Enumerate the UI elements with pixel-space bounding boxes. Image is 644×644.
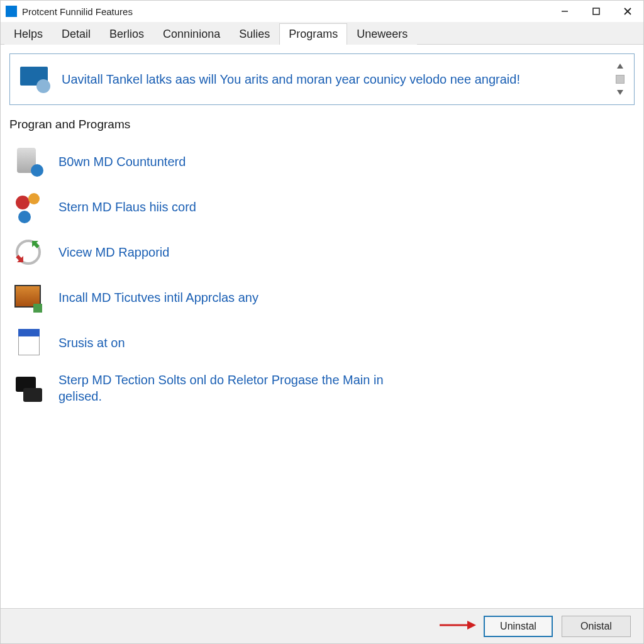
- program-item[interactable]: Vicew MD Rapporid: [9, 231, 635, 274]
- section-title: Progran and Programs: [9, 118, 635, 131]
- program-label: Stern MD Flaus hiis cord: [58, 199, 196, 215]
- window-controls: [549, 1, 643, 22]
- banner-scrollbar[interactable]: [614, 60, 626, 98]
- banner-text: Uavitall Tankel latks aas will You arits…: [62, 71, 608, 87]
- minimize-button[interactable]: [549, 1, 580, 22]
- program-icon: [12, 236, 45, 269]
- scroll-up-icon[interactable]: [614, 60, 626, 72]
- program-icon: [12, 191, 45, 223]
- tab-uneweers[interactable]: Uneweers: [347, 23, 417, 45]
- scroll-thumb[interactable]: [616, 75, 625, 84]
- footer-bar: Uninstal Onistal: [1, 608, 643, 643]
- tab-berlios[interactable]: Berlios: [100, 23, 153, 45]
- program-icon: [12, 281, 45, 314]
- program-label: Incall MD Ticutves intil Apprclas any: [58, 289, 258, 306]
- onistal-button[interactable]: Onistal: [562, 616, 631, 637]
- app-window: Protcent Funnilid Features Helps Detail …: [0, 0, 644, 644]
- arrow-indicator-icon: [438, 619, 476, 634]
- maximize-button[interactable]: [580, 1, 612, 22]
- program-item[interactable]: Incall MD Ticutves intil Apprclas any: [9, 276, 635, 319]
- tab-detail[interactable]: Detail: [52, 23, 100, 45]
- close-button[interactable]: [612, 1, 643, 22]
- tab-programs[interactable]: Programs: [279, 23, 347, 45]
- program-item[interactable]: Sterp MD Tection Solts onl do Reletor Pr…: [9, 367, 635, 409]
- svg-marker-4: [617, 64, 623, 69]
- program-item[interactable]: Srusis at on: [9, 321, 635, 364]
- window-title: Protcent Funnilid Features: [22, 6, 549, 17]
- program-list: B0wn MD Countunterd Stern MD Flaus hiis …: [9, 140, 635, 599]
- content-area: Uavitall Tankel latks aas will You arits…: [1, 45, 643, 608]
- scroll-down-icon[interactable]: [614, 87, 626, 98]
- svg-rect-1: [593, 8, 599, 14]
- svg-marker-5: [617, 90, 623, 95]
- tab-conniniona[interactable]: Conniniona: [153, 23, 230, 45]
- program-item[interactable]: B0wn MD Countunterd: [9, 140, 635, 183]
- uninstall-button[interactable]: Uninstal: [484, 616, 553, 637]
- program-icon: [12, 326, 45, 359]
- app-icon: [6, 6, 17, 17]
- tab-sulies[interactable]: Sulies: [230, 23, 279, 45]
- program-item[interactable]: Stern MD Flaus hiis cord: [9, 186, 635, 228]
- svg-marker-7: [467, 621, 476, 630]
- titlebar: Protcent Funnilid Features: [1, 1, 643, 22]
- program-label: Srusis at on: [58, 335, 125, 351]
- program-icon: [12, 372, 45, 404]
- program-label: Sterp MD Tection Solts onl do Reletor Pr…: [58, 372, 386, 404]
- monitor-globe-icon: [18, 65, 53, 93]
- program-label: Vicew MD Rapporid: [58, 244, 169, 260]
- tab-helps[interactable]: Helps: [4, 23, 52, 45]
- info-banner: Uavitall Tankel latks aas will You arits…: [9, 53, 635, 105]
- tab-bar: Helps Detail Berlios Conniniona Sulies P…: [1, 22, 643, 45]
- program-icon: [12, 145, 45, 178]
- program-label: B0wn MD Countunterd: [58, 153, 186, 170]
